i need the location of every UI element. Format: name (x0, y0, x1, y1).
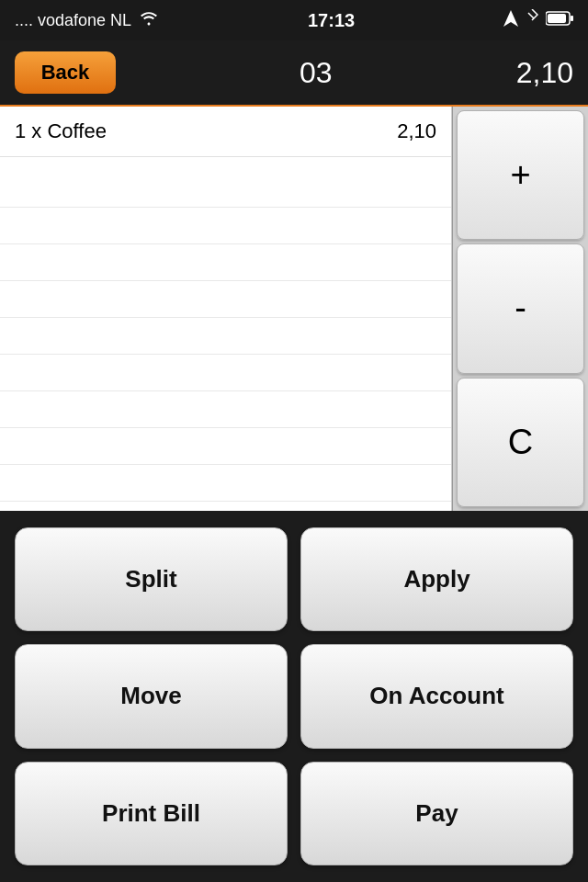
move-button[interactable]: Move (15, 644, 288, 748)
numpad-minus-button[interactable]: - (457, 243, 584, 373)
battery-icon (546, 11, 573, 30)
back-button[interactable]: Back (15, 51, 116, 94)
status-time: 17:13 (308, 10, 355, 31)
order-item-price: 2,10 (397, 119, 436, 143)
bluetooth-icon (526, 9, 538, 32)
pay-button[interactable]: Pay (300, 762, 573, 865)
wifi-icon (139, 11, 159, 30)
numpad-plus-button[interactable]: + (457, 110, 584, 240)
svg-rect-2 (571, 16, 573, 21)
order-item-row[interactable]: 1 x Coffee 2,10 (0, 107, 451, 157)
status-bar: .... vodafone NL 17:13 (0, 0, 588, 40)
order-number: 03 (300, 56, 333, 90)
svg-rect-3 (548, 14, 566, 23)
bottom-wrapper: Split Apply Move On Account Print Bill P… (0, 511, 588, 882)
order-total: 2,10 (516, 56, 573, 90)
bottom-action-area: Split Apply Move On Account Print Bill P… (0, 511, 588, 882)
status-right (503, 9, 573, 32)
navigation-icon (503, 10, 518, 31)
status-left: .... vodafone NL (15, 11, 159, 30)
apply-button[interactable]: Apply (300, 527, 573, 631)
ruled-lines (0, 171, 451, 511)
order-list: 1 x Coffee 2,10 (0, 107, 452, 511)
main-content: 1 x Coffee 2,10 + - C (0, 107, 588, 511)
numpad-clear-button[interactable]: C (457, 378, 584, 507)
svg-marker-0 (503, 10, 518, 27)
split-button[interactable]: Split (15, 527, 288, 631)
order-item-label: 1 x Coffee (15, 119, 107, 143)
top-bar: Back 03 2,10 (0, 40, 588, 107)
carrier-text: .... vodafone NL (15, 11, 131, 30)
print-bill-button[interactable]: Print Bill (15, 762, 288, 865)
on-account-button[interactable]: On Account (300, 644, 573, 748)
numpad: + - C (452, 107, 588, 511)
